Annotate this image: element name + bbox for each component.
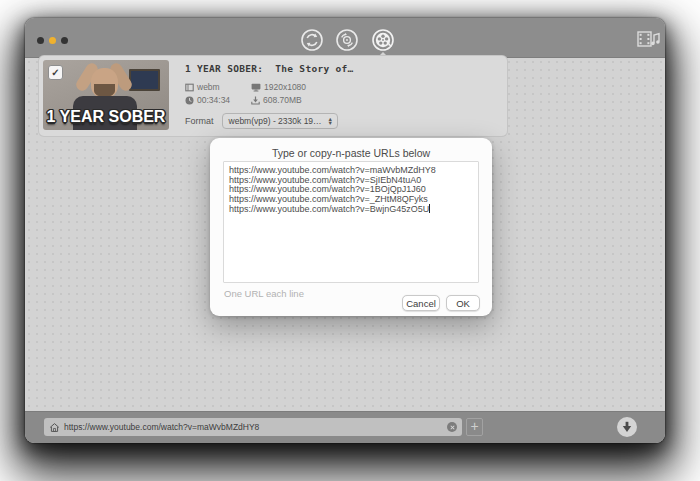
video-checkbox[interactable]: ✓ xyxy=(48,65,63,80)
download-button[interactable] xyxy=(617,417,637,437)
close-button[interactable] xyxy=(37,37,44,44)
container-meta: webm xyxy=(185,82,251,92)
format-label: Format xyxy=(185,116,214,126)
text-caret xyxy=(429,204,430,213)
dialog-title: Type or copy-n-paste URLs below xyxy=(210,147,492,159)
zoom-button[interactable] xyxy=(61,37,68,44)
video-thumbnail[interactable]: 1 YEAR SOBER ✓ xyxy=(43,60,169,130)
video-list-item[interactable]: 1 YEAR SOBER ✓ 1 YEAR SOBER: The Story o… xyxy=(38,55,508,137)
urls-textarea[interactable]: https://www.youtube.com/watch?v=maWvbMZd… xyxy=(223,161,479,283)
add-url-button[interactable]: + xyxy=(466,418,483,436)
title-bar xyxy=(25,18,665,58)
format-row: Format webm(vp9) - 2330k 19… ▲▼ xyxy=(185,113,501,129)
cancel-button[interactable]: Cancel xyxy=(402,295,440,311)
bottom-bar: https://www.youtube.com/watch?v=maWvbMZd… xyxy=(25,411,665,443)
video-title: 1 YEAR SOBER: The Story of… xyxy=(185,63,501,74)
thumbnail-caption: 1 YEAR SOBER xyxy=(43,108,169,126)
clock-icon xyxy=(185,96,194,105)
download-size-icon xyxy=(251,96,260,105)
duration-meta: 00:34:34 xyxy=(185,95,251,105)
dropdown-stepper-icon: ▲▼ xyxy=(328,117,333,125)
dialog-hint: One URL each line xyxy=(224,288,304,299)
disc-rip-icon[interactable] xyxy=(336,29,358,51)
urls-text: https://www.youtube.com/watch?v=maWvbMZd… xyxy=(229,165,436,214)
download-arrow-icon xyxy=(622,421,632,433)
file-format-icon xyxy=(185,83,194,92)
video-info: 1 YEAR SOBER: The Story of… webm xyxy=(185,60,501,129)
video-meta: webm 1920x1080 xyxy=(185,82,355,105)
size-meta: 608.70MB xyxy=(251,95,355,105)
format-dropdown[interactable]: webm(vp9) - 2330k 19… ▲▼ xyxy=(222,113,339,129)
thumbnail-art xyxy=(129,69,160,91)
display-icon xyxy=(251,83,261,92)
ok-button[interactable]: OK xyxy=(446,295,480,311)
resolution-meta: 1920x1080 xyxy=(251,82,355,92)
link-grab-icon[interactable] xyxy=(301,29,323,51)
clear-input-icon[interactable] xyxy=(447,422,457,432)
url-input-value: https://www.youtube.com/watch?v=maWvbMZd… xyxy=(64,422,447,432)
film-reel-icon[interactable] xyxy=(372,29,394,51)
media-convert-icon[interactable] xyxy=(637,31,661,47)
url-entry-dialog: Type or copy-n-paste URLs below https://… xyxy=(210,138,492,316)
home-icon xyxy=(49,422,60,433)
minimize-button[interactable] xyxy=(49,37,56,44)
app-window: 1 YEAR SOBER ✓ 1 YEAR SOBER: The Story o… xyxy=(25,18,665,443)
url-input[interactable]: https://www.youtube.com/watch?v=maWvbMZd… xyxy=(44,418,462,436)
